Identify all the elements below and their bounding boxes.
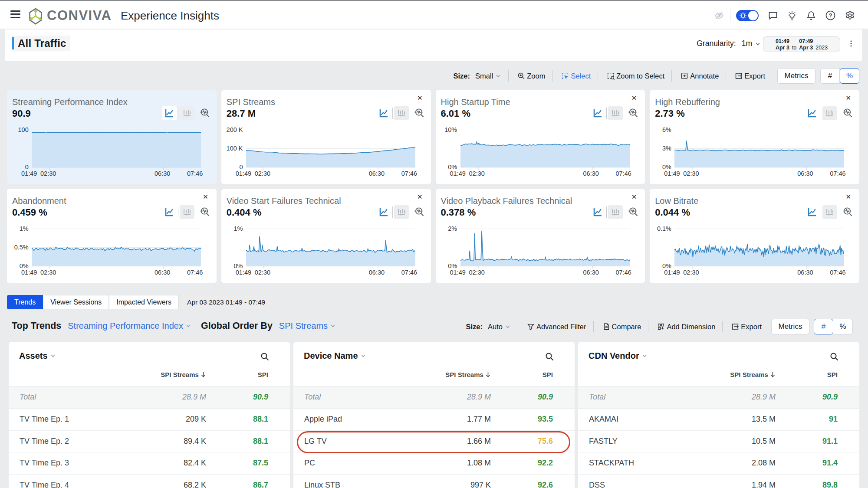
svg-text:?: ?: [829, 12, 832, 19]
